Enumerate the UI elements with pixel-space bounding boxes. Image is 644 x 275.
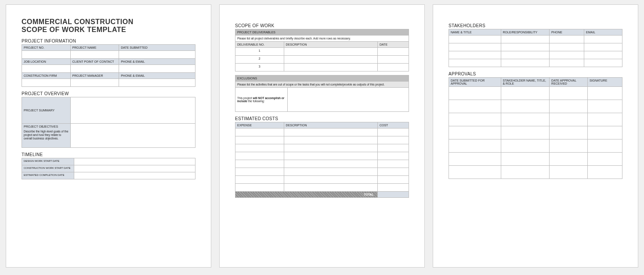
input-design-start[interactable] <box>74 158 195 165</box>
ap-sig-2[interactable] <box>587 100 622 113</box>
ap-name-4[interactable] <box>501 126 550 139</box>
input-project-objectives[interactable] <box>70 123 195 147</box>
expense-3[interactable] <box>235 144 284 152</box>
input-project-name[interactable] <box>70 50 119 58</box>
label-client-poc: CLIENT POINT OF CONTACT <box>70 58 119 64</box>
ap-date-7[interactable] <box>449 166 501 179</box>
input-construction-firm[interactable] <box>22 79 71 86</box>
ap-sig-3[interactable] <box>587 113 622 126</box>
ap-sig-6[interactable] <box>587 153 622 166</box>
cost-1[interactable] <box>377 129 409 136</box>
sh-phone-2[interactable] <box>550 43 584 51</box>
section-timeline: TIMELINE <box>22 152 195 157</box>
expense-7[interactable] <box>235 176 284 184</box>
ap-date-5[interactable] <box>449 139 501 153</box>
col-sh-name-title: NAME & TITLE <box>449 29 501 36</box>
expdesc-6[interactable] <box>284 168 377 176</box>
doc-title-line2: SCOPE OF WORK TEMPLATE <box>22 26 126 33</box>
ap-rec-4[interactable] <box>550 126 588 139</box>
ap-rec-3[interactable] <box>550 113 588 126</box>
input-client-poc[interactable] <box>70 64 119 72</box>
deliv-desc-2[interactable] <box>284 56 377 64</box>
ap-sig-7[interactable] <box>587 166 622 179</box>
sh-role-2[interactable] <box>501 43 550 51</box>
ap-rec-2[interactable] <box>550 100 588 113</box>
expense-4[interactable] <box>235 152 284 160</box>
ap-name-1[interactable] <box>501 87 550 100</box>
ap-date-2[interactable] <box>449 100 501 113</box>
expense-5[interactable] <box>235 160 284 168</box>
sh-phone-3[interactable] <box>550 51 584 59</box>
input-phone-email-2[interactable] <box>119 79 195 86</box>
sh-phone-4[interactable] <box>550 59 584 67</box>
deliv-date-3[interactable] <box>377 64 409 71</box>
ap-rec-7[interactable] <box>550 166 588 179</box>
ap-name-7[interactable] <box>501 166 550 179</box>
expdesc-7[interactable] <box>284 176 377 184</box>
expdesc-2[interactable] <box>284 136 377 144</box>
deliv-date-2[interactable] <box>377 56 409 64</box>
excl-a: This project <box>237 96 253 100</box>
sh-email-3[interactable] <box>584 51 622 59</box>
expdesc-5[interactable] <box>284 160 377 168</box>
expense-1[interactable] <box>235 129 284 136</box>
ap-date-6[interactable] <box>449 153 501 166</box>
cost-6[interactable] <box>377 168 409 176</box>
deliv-desc-1[interactable] <box>284 48 377 56</box>
sh-name-2[interactable] <box>449 43 501 51</box>
input-project-no[interactable] <box>22 50 71 58</box>
label-phone-email-1: PHONE & EMAIL <box>119 58 195 64</box>
ap-rec-5[interactable] <box>550 139 588 153</box>
expdesc-1[interactable] <box>284 129 377 136</box>
deliv-date-1[interactable] <box>377 48 409 56</box>
exclusions-input[interactable] <box>287 88 409 112</box>
input-construction-start[interactable] <box>74 165 195 172</box>
cost-3[interactable] <box>377 144 409 152</box>
cost-2[interactable] <box>377 136 409 144</box>
sh-name-1[interactable] <box>449 36 501 43</box>
input-project-manager[interactable] <box>70 79 119 86</box>
sh-role-4[interactable] <box>501 59 550 67</box>
expense-8[interactable] <box>235 184 284 192</box>
ap-sig-5[interactable] <box>587 139 622 153</box>
input-job-location[interactable] <box>22 64 71 72</box>
col-expense: EXPENSE <box>235 122 284 129</box>
input-date-submitted[interactable] <box>119 50 195 58</box>
sh-name-4[interactable] <box>449 59 501 67</box>
deliv-desc-3[interactable] <box>284 64 377 71</box>
expdesc-4[interactable] <box>284 152 377 160</box>
ap-name-5[interactable] <box>501 139 550 153</box>
sh-email-2[interactable] <box>584 43 622 51</box>
exclusions-header: EXCLUSIONS <box>235 75 409 82</box>
input-phone-email-1[interactable] <box>119 64 195 72</box>
sh-phone-1[interactable] <box>550 36 584 43</box>
input-project-summary[interactable] <box>70 97 195 123</box>
sh-email-1[interactable] <box>584 36 622 43</box>
deliverables-table: PROJECT DELIVERABLES Please list all pro… <box>235 29 409 71</box>
ap-rec-6[interactable] <box>550 153 588 166</box>
expense-2[interactable] <box>235 136 284 144</box>
input-est-complete[interactable] <box>74 172 195 179</box>
cost-5[interactable] <box>377 160 409 168</box>
cost-4[interactable] <box>377 152 409 160</box>
expdesc-8[interactable] <box>284 184 377 192</box>
ap-name-3[interactable] <box>501 113 550 126</box>
cost-8[interactable] <box>377 184 409 192</box>
expdesc-3[interactable] <box>284 144 377 152</box>
cost-7[interactable] <box>377 176 409 184</box>
ap-sig-4[interactable] <box>587 126 622 139</box>
sh-role-3[interactable] <box>501 51 550 59</box>
ap-name-6[interactable] <box>501 153 550 166</box>
ap-sig-1[interactable] <box>587 87 622 100</box>
sh-email-4[interactable] <box>584 59 622 67</box>
ap-rec-1[interactable] <box>550 87 588 100</box>
col-ap-signature: SIGNATURE <box>587 78 622 87</box>
ap-date-1[interactable] <box>449 87 501 100</box>
ap-name-2[interactable] <box>501 100 550 113</box>
sh-role-1[interactable] <box>501 36 550 43</box>
ap-date-3[interactable] <box>449 113 501 126</box>
sh-name-3[interactable] <box>449 51 501 59</box>
overview-table: PROJECT SUMMARY PROJECT OBJECTIVES Descr… <box>22 97 195 148</box>
ap-date-4[interactable] <box>449 126 501 139</box>
expense-6[interactable] <box>235 168 284 176</box>
